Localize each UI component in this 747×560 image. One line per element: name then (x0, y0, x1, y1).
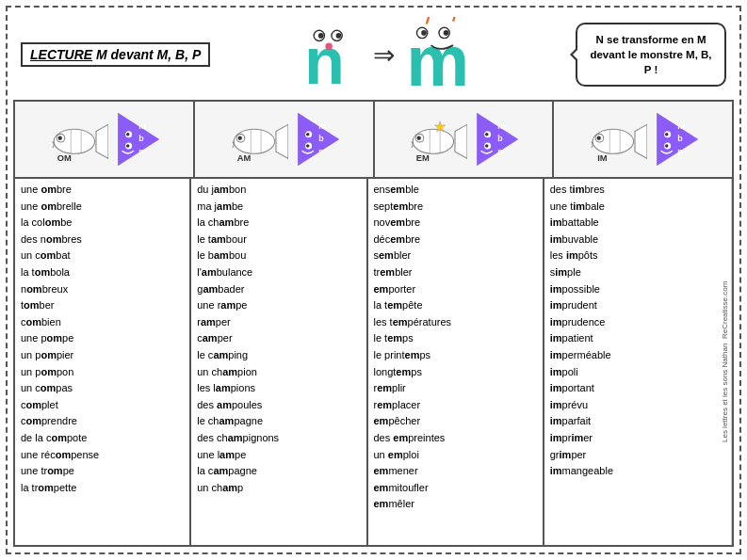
svg-text:m: m (677, 121, 685, 131)
svg-point-66 (597, 136, 601, 139)
sidebar-credit: ReCreatisse.com (721, 281, 729, 339)
svg-text:EM: EM (416, 152, 430, 162)
svg-text:b: b (318, 134, 324, 143)
monster-im: m b p (651, 111, 700, 168)
svg-line-14 (453, 17, 456, 22)
word-list-em: ensembleseptembrenovembredécembresembler… (374, 182, 537, 513)
svg-text:b: b (498, 134, 504, 143)
characters-area: n ⇒ m (210, 17, 576, 92)
fish-col-em: EM m b p (375, 102, 555, 177)
svg-marker-33 (276, 124, 288, 158)
svg-point-20 (57, 136, 61, 139)
svg-point-75 (665, 133, 669, 136)
fish-col-im: IM m b p (554, 102, 732, 177)
svg-text:p: p (677, 147, 683, 156)
svg-marker-64 (635, 124, 647, 158)
monster-em: m b p (471, 111, 520, 168)
fish-om: OM (47, 114, 108, 166)
svg-point-2 (318, 33, 324, 39)
svg-text:p: p (138, 147, 144, 156)
svg-point-8 (421, 30, 427, 36)
monster-om: m b p (112, 111, 161, 168)
svg-text:b: b (138, 134, 144, 143)
svg-point-5 (325, 42, 333, 50)
svg-text:p: p (498, 147, 504, 156)
sidebar-text: Les lettres et les sons Nathan ReCreatis… (719, 179, 732, 545)
fish-col-am: AM m b p (195, 102, 375, 177)
svg-point-31 (126, 144, 130, 148)
header: LECTURE M devant M, B, P n ⇒ (13, 13, 734, 96)
svg-point-44 (306, 133, 310, 136)
svg-text:OM: OM (57, 152, 72, 162)
fish-col-om: OM m b p (15, 102, 195, 177)
words-row: une ombreune ombrellela colombedes nombr… (15, 179, 719, 545)
svg-text:b: b (677, 134, 683, 143)
speech-bubble: N se transforme en M devant le monstre M… (576, 23, 726, 87)
bubble-text: N se transforme en M devant le monstre M… (590, 34, 711, 75)
monster-am: m b p (292, 111, 341, 168)
fish-am: AM (227, 114, 288, 166)
svg-text:IM: IM (597, 152, 608, 162)
word-list-am: du jambonma jambela chambrele tambourle … (197, 182, 360, 496)
page-container: LECTURE M devant M, B, P n ⇒ (6, 6, 741, 554)
svg-point-46 (306, 144, 310, 148)
char-m: m (404, 17, 489, 92)
svg-point-77 (665, 144, 669, 148)
word-list-om: une ombreune ombrellela colombedes nombr… (21, 182, 184, 496)
fish-im: IM (586, 114, 647, 166)
svg-point-62 (485, 144, 489, 148)
main-content: OM m b p (13, 100, 734, 547)
char-n: n (298, 20, 364, 90)
svg-point-60 (485, 133, 489, 136)
title-box: LECTURE M devant M, B, P (21, 42, 210, 67)
title-label: LECTURE (30, 47, 92, 62)
svg-marker-48 (455, 124, 467, 158)
subtitle-label: M devant M, B, P (92, 47, 201, 62)
fish-em: EM (406, 114, 467, 166)
svg-text:AM: AM (236, 152, 251, 162)
fish-row: OM m b p (15, 102, 732, 179)
word-col-am: du jambonma jambela chambrele tambourle … (191, 179, 367, 545)
sidebar-label: Les lettres et les sons Nathan (721, 344, 729, 442)
word-col-im: des timbresune timbaleimbattableimbuvabl… (544, 179, 719, 545)
svg-text:m: m (498, 121, 506, 131)
svg-text:m: m (138, 121, 146, 131)
svg-marker-18 (96, 124, 108, 158)
transform-arrow: ⇒ (373, 40, 395, 71)
words-wrapper: une ombreune ombrellela colombedes nombr… (15, 179, 732, 545)
svg-text:m: m (406, 22, 469, 92)
svg-text:p: p (318, 147, 324, 156)
svg-point-10 (443, 30, 448, 36)
word-list-im: des timbresune timbaleimbattableimbuvabl… (550, 182, 713, 480)
word-col-om: une ombreune ombrellela colombedes nombr… (15, 179, 191, 545)
svg-point-29 (126, 133, 130, 136)
word-col-em: ensembleseptembrenovembredécembresembler… (368, 179, 544, 545)
svg-point-4 (335, 33, 341, 39)
svg-text:m: m (318, 121, 326, 131)
svg-point-50 (417, 136, 421, 139)
svg-point-35 (237, 136, 241, 139)
